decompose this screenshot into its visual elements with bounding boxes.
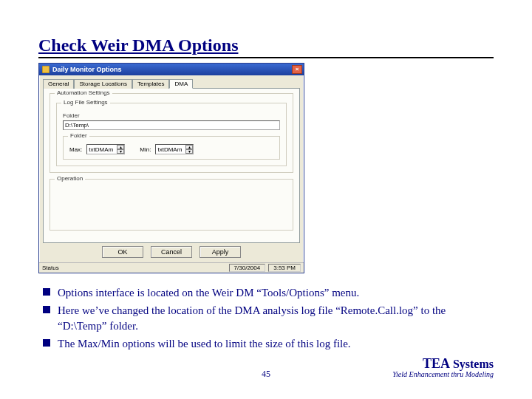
brand-tea: TEA: [423, 356, 450, 371]
footer-brand: TEA Systems Yield Enhancement thru Model…: [392, 356, 494, 378]
chevron-down-icon[interactable]: ▾: [185, 149, 193, 154]
list-item: Here we’ve changed the location of the D…: [43, 303, 494, 333]
app-icon: [42, 66, 50, 73]
min-spinner[interactable]: ▴ ▾: [185, 145, 193, 154]
status-date: 7/30/2004: [229, 264, 266, 272]
tab-templates[interactable]: Templates: [132, 79, 169, 89]
dialog-button-row: OK Cancel Apply: [43, 243, 300, 259]
min-value: txtDMAm: [156, 146, 185, 153]
bullet-icon: [43, 288, 50, 296]
brand-tagline: Yield Enhancement thru Modeling: [392, 370, 494, 378]
bullet-icon: [43, 306, 50, 313]
tab-general[interactable]: General: [43, 79, 74, 89]
tab-storage-locations[interactable]: Storage Locations: [74, 79, 132, 89]
dialog-titlebar: Daily Monitor Options ×: [39, 64, 304, 75]
close-icon: ×: [296, 66, 299, 72]
dialog-title: Daily Monitor Options: [52, 66, 292, 73]
status-text: Status: [42, 265, 226, 271]
cancel-button[interactable]: Cancel: [151, 246, 192, 258]
automation-settings-group: Automation Settings Log File Settings Fo…: [50, 93, 293, 173]
options-dialog: Daily Monitor Options × General Storage …: [38, 63, 304, 273]
bullet-text: Options interface is located on the Weir…: [58, 285, 494, 300]
list-item: Options interface is located on the Weir…: [43, 285, 494, 300]
chevron-down-icon[interactable]: ▾: [117, 149, 124, 154]
dialog-body: General Storage Locations Templates DMA …: [39, 75, 304, 262]
folder-sub-group: Folder Max: txtDMAm ▴ ▾: [63, 136, 280, 160]
log-file-settings-group: Log File Settings Folder D:\Temp\ Folder…: [56, 103, 287, 166]
bullet-text: The Max/Min options will be used to limi…: [58, 336, 494, 351]
max-input[interactable]: txtDMAm ▴ ▾: [86, 144, 125, 154]
operation-group: Operation: [50, 179, 293, 231]
brand-systems: Systems: [450, 358, 494, 370]
folder-label: Folder: [63, 112, 280, 119]
max-value: txtDMAm: [87, 146, 117, 153]
status-time: 3:53 PM: [268, 264, 301, 272]
log-file-settings-legend: Log File Settings: [61, 99, 110, 106]
apply-button[interactable]: Apply: [200, 246, 241, 258]
folder-sub-legend: Folder: [68, 132, 89, 139]
tab-panel-dma: Automation Settings Log File Settings Fo…: [43, 88, 300, 243]
max-spinner[interactable]: ▴ ▾: [117, 145, 124, 154]
ok-button[interactable]: OK: [102, 246, 143, 258]
operation-legend: Operation: [55, 175, 85, 182]
title-divider: [38, 57, 494, 58]
dialog-statusbar: Status 7/30/2004 3:53 PM: [39, 262, 304, 273]
page-title: Check Weir DMA Options: [38, 35, 494, 55]
bullet-list: Options interface is located on the Weir…: [38, 285, 494, 351]
folder-input[interactable]: D:\Temp\: [63, 120, 280, 130]
tab-bar: General Storage Locations Templates DMA: [43, 78, 300, 88]
min-input[interactable]: txtDMAm ▴ ▾: [155, 144, 194, 154]
tab-dma[interactable]: DMA: [169, 79, 193, 89]
svg-rect-0: [42, 66, 50, 73]
bullet-icon: [43, 339, 50, 347]
page-number: 45: [262, 369, 270, 380]
max-label: Max:: [69, 146, 82, 153]
close-button[interactable]: ×: [292, 65, 302, 74]
min-label: Min:: [140, 146, 151, 153]
bullet-text: Here we’ve changed the location of the D…: [58, 303, 494, 333]
automation-settings-legend: Automation Settings: [55, 89, 112, 96]
list-item: The Max/Min options will be used to limi…: [43, 336, 494, 351]
